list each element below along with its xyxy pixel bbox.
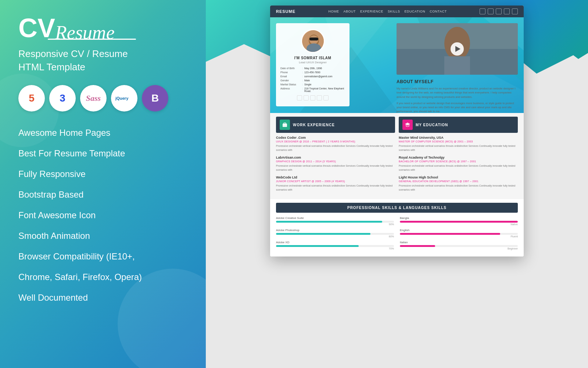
feature-responsive: Fully Responsive <box>18 164 187 184</box>
skill-name-2: Adobe XD <box>276 241 394 244</box>
degree-0: MASTER OF COMPUTER SCIENCE (MCS) @ 2001 … <box>399 140 518 143</box>
lang-level-2: Beginner <box>400 247 518 250</box>
lang-bar-bg-2 <box>400 245 518 247</box>
lang-name-2: Italian <box>400 241 518 244</box>
work-section: WORK EXPERIENCE Codex Coder .Com UI/UX D… <box>276 117 395 195</box>
social-facebook[interactable] <box>297 95 302 100</box>
svg-text:jQuery: jQuery <box>115 96 129 100</box>
lang-bar-fill-2 <box>400 245 435 247</box>
school-1: Royal Academy of Technolgy <box>399 156 518 159</box>
left-panel: CVResume Responsive CV / Resume HTML Tem… <box>0 0 206 368</box>
lang-0: Bangla Native <box>400 216 518 226</box>
nav-skills[interactable]: SKILLS <box>388 10 400 13</box>
feature-font-awesome: Font Awesome Icon <box>18 205 187 226</box>
work-icon <box>280 120 290 130</box>
address-row: Address : 218 Tropical Center, New Eleph… <box>280 87 345 92</box>
about-panel: ABOUT MYSELF My name's Linda Williams an… <box>397 23 518 113</box>
gender-row: Gender : Male <box>280 79 345 82</box>
nav-social-icons <box>480 8 518 14</box>
skills-section: PROFESSIONAL SKILLS & LANGUAGES SKILLS A… <box>270 199 524 256</box>
play-button[interactable] <box>451 42 464 56</box>
work-item-0: Codex Coder .Com UI/UX DESIGNER @ 2016 –… <box>276 136 395 152</box>
degree-2: GENERAL EDUCATION DEVELOPMENT (GED) @ 19… <box>399 180 518 183</box>
lang-name-0: Bangla <box>400 216 518 220</box>
work-item-1: LabArtisan.com GRAPHICS DESIGN @ 2011 – … <box>276 156 395 172</box>
desc-1: Proressive orchestrate vertical scenario… <box>276 164 395 172</box>
lang-level-1: Fluent <box>400 235 518 238</box>
nav-facebook-icon[interactable] <box>480 8 485 14</box>
social-linkedin[interactable] <box>310 95 315 100</box>
feature-bootstrap: Bootstrap Based <box>18 184 187 205</box>
skill-bar-fill-0 <box>276 221 382 223</box>
skills-grid: Adobe Creative Suite 90% Adobe Photoshop… <box>276 216 518 253</box>
email-val: somratislam@gamil.com <box>304 75 333 78</box>
nav-linkedin-icon[interactable] <box>496 8 502 14</box>
dob-val: May 26th, 1996 <box>304 67 322 70</box>
feature-animation: Smooth Animation <box>18 226 187 246</box>
social-dribbble[interactable] <box>323 95 329 100</box>
css3-label: 3 <box>60 92 65 104</box>
feature-browser-compat-2: Chrome, Safari, Firefox, Opera) <box>18 267 187 287</box>
desc-0: Proressive orchestrate vertical scenario… <box>276 144 395 152</box>
tagline: Responsive CV / Resume HTML Template <box>18 47 187 74</box>
skill-pct-0: 90% <box>276 223 394 226</box>
edu-header: MY EDUCATION <box>399 117 518 133</box>
education-section: MY EDUCATION Master Mind University, USA… <box>399 117 518 195</box>
profile-name: I'M SOMRAT ISLAM <box>280 56 345 60</box>
profile-title: Lead UI/UX Designer <box>280 61 345 64</box>
play-icon <box>455 46 460 52</box>
lang-1: English Fluent <box>400 229 518 238</box>
edu-desc-2: Proressive orchestrate vertical scenario… <box>399 184 518 192</box>
lang-level-0: Native <box>400 223 518 226</box>
role-1: GRAPHICS DESIGN @ 2011 – 2014 (3 YEARS) <box>276 160 395 163</box>
svg-rect-18 <box>444 56 470 75</box>
company-2: WebCode Ltd <box>276 176 395 179</box>
social-google[interactable] <box>317 95 322 100</box>
marital-label: Marital Status <box>280 83 301 86</box>
browser-preview: RESUME HOME ABOUT EXPERIENCE SKILLS EDUC… <box>270 6 524 256</box>
marital-val: Single <box>304 83 311 86</box>
bootstrap-icon: B <box>142 85 168 112</box>
video-thumbnail[interactable] <box>397 23 518 75</box>
nav-dribbble-icon[interactable] <box>512 8 518 14</box>
lang-name-1: English <box>400 229 518 232</box>
profile-card: I'M SOMRAT ISLAM Lead UI/UX Designer Dat… <box>276 23 349 106</box>
feature-browser-compat-1: Browser Compatibility (IE10+, <box>18 246 187 267</box>
about-title: ABOUT MYSELF <box>397 79 518 84</box>
nav-education[interactable]: EDUCATION <box>404 10 425 13</box>
social-twitter[interactable] <box>304 95 309 100</box>
skill-0: Adobe Creative Suite 90% <box>276 216 394 226</box>
nav-twitter-icon[interactable] <box>488 8 494 14</box>
nav-home[interactable]: HOME <box>328 10 339 13</box>
gender-label: Gender <box>280 79 301 82</box>
nav-contact[interactable]: CONTACT <box>430 10 447 13</box>
feature-list: Awesome Home Pages Best For Resume Templ… <box>18 123 187 308</box>
jquery-svg: jQuery <box>115 93 133 103</box>
skill-bar-bg-2 <box>276 245 394 247</box>
professional-skills-col: Adobe Creative Suite 90% Adobe Photoshop… <box>276 216 394 253</box>
jquery-icon: jQuery <box>111 85 137 112</box>
email-row: Email : somratislam@gamil.com <box>280 75 345 78</box>
nav-about[interactable]: ABOUT <box>343 10 356 13</box>
desc-2: Proressive orchestrate vertical scenario… <box>276 184 395 192</box>
right-panel: RESUME HOME ABOUT EXPERIENCE SKILLS EDUC… <box>206 0 588 368</box>
nav-google-icon[interactable] <box>504 8 510 14</box>
company-0: Codex Coder .Com <box>276 136 395 139</box>
email-label: Email <box>280 75 301 78</box>
skill-bar-bg-0 <box>276 221 394 223</box>
tagline-line1: Responsive CV / Resume <box>18 48 128 59</box>
work-education-section: WORK EXPERIENCE Codex Coder .Com UI/UX D… <box>270 113 524 199</box>
nav-experience[interactable]: EXPERIENCE <box>360 10 383 13</box>
feature-documented: Well Documented <box>18 287 187 308</box>
language-skills-col: Bangla Native English Fluent <box>400 216 518 253</box>
address-val: 218 Tropical Center, New Elephant Road. <box>304 87 345 92</box>
role-0: UI/UX DESIGNER @ 2016 – Present ( 2 year… <box>276 140 395 143</box>
edu-item-1: Royal Academy of Technolgy BACHELOR OF C… <box>399 156 518 172</box>
profile-social <box>280 95 345 100</box>
svg-rect-14 <box>309 38 318 40</box>
logo-resume: Resume <box>55 22 115 43</box>
edu-item-2: Light House High School GENERAL EDUCATIO… <box>399 176 518 192</box>
about-text-1: My name's Linda Williams and I'm an expe… <box>397 86 518 99</box>
edu-item-0: Master Mind University, USA MASTER OF CO… <box>399 136 518 152</box>
html5-label: 5 <box>29 92 35 104</box>
